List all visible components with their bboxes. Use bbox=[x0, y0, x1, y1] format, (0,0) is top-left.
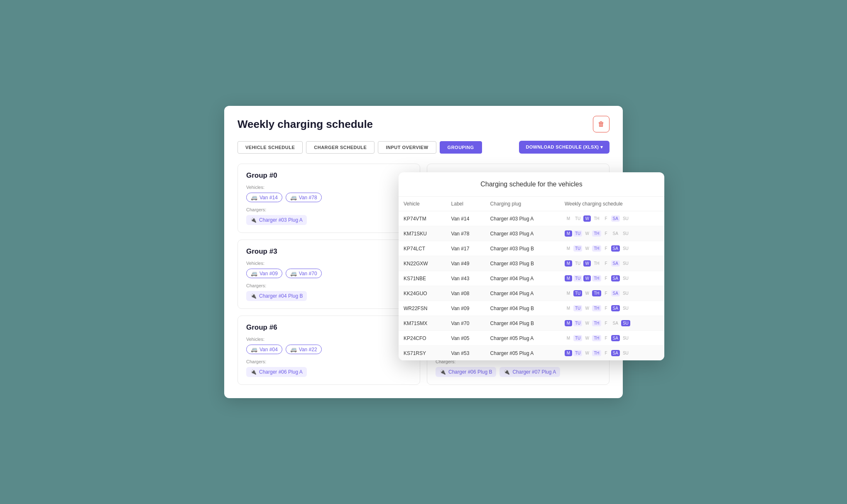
cell-days: MTUWTHFSASU bbox=[560, 211, 664, 226]
day-m: M bbox=[565, 350, 572, 356]
cell-plug: Charger #03 Plug A bbox=[485, 211, 560, 226]
day-su: SU bbox=[621, 290, 630, 296]
vehicles-row-3: 🚐 Van #09 🚐 Van #70 bbox=[246, 269, 411, 278]
col-plug: Charging plug bbox=[485, 197, 560, 211]
cell-vehicle: KM71SMX bbox=[399, 316, 446, 331]
day-su: SU bbox=[621, 215, 630, 222]
table-row: KK24GUOVan #08Charger #04 Plug AMTUWTHFS… bbox=[399, 286, 664, 301]
day-m: M bbox=[565, 290, 572, 296]
day-f: F bbox=[602, 230, 610, 237]
cell-plug: Charger #03 Plug B bbox=[485, 241, 560, 256]
tab-vehicle-schedule[interactable]: VEHICLE SCHEDULE bbox=[237, 141, 303, 154]
van-icon: 🚐 bbox=[290, 270, 297, 276]
tab-input-overview[interactable]: INPUT OVERVIEW bbox=[378, 141, 436, 154]
day-m: M bbox=[565, 335, 572, 341]
day-su: SU bbox=[621, 335, 630, 341]
vehicle-chip-van78: 🚐 Van #78 bbox=[286, 193, 322, 202]
cell-label: Van #53 bbox=[446, 346, 485, 361]
day-w: W bbox=[583, 350, 591, 356]
day-tu: TU bbox=[573, 320, 582, 326]
day-th: TH bbox=[592, 335, 601, 341]
day-tu: TU bbox=[573, 335, 582, 341]
cell-days: MTUWTHFSASU bbox=[560, 256, 664, 271]
charger-chip-7b: 🔌 Charger #07 Plug A bbox=[499, 367, 560, 377]
day-w: W bbox=[583, 260, 591, 267]
day-w: W bbox=[583, 215, 591, 222]
table-row: KP24CFOVan #05Charger #05 Plug AMTUWTHFS… bbox=[399, 331, 664, 346]
cell-days: MTUWTHFSASU bbox=[560, 346, 664, 361]
charger-chip-3: 🔌 Charger #04 Plug B bbox=[246, 291, 307, 301]
day-tu: TU bbox=[573, 260, 582, 267]
front-panel: Charging schedule for the vehicles Vehic… bbox=[399, 172, 664, 360]
day-w: W bbox=[583, 320, 591, 326]
vehicle-chip-van14: 🚐 Van #14 bbox=[246, 193, 282, 202]
day-th: TH bbox=[592, 245, 601, 252]
charger-icon: 🔌 bbox=[504, 369, 510, 375]
van-icon: 🚐 bbox=[290, 194, 297, 201]
day-su: SU bbox=[621, 260, 630, 267]
day-sa: SA bbox=[611, 260, 620, 267]
window-container: Weekly charging schedule 🗑 VEHICLE SCHED… bbox=[224, 106, 623, 398]
cell-plug: Charger #04 Plug A bbox=[485, 271, 560, 286]
table-header-row: Vehicle Label Charging plug Weekly charg… bbox=[399, 197, 664, 211]
day-su: SU bbox=[621, 230, 630, 237]
cell-plug: Charger #05 Plug A bbox=[485, 331, 560, 346]
day-su: SU bbox=[621, 320, 630, 326]
day-sa: SA bbox=[611, 335, 620, 341]
day-su: SU bbox=[621, 245, 630, 252]
cell-vehicle: KS71RSY bbox=[399, 346, 446, 361]
cell-label: Van #78 bbox=[446, 226, 485, 241]
vehicle-chip-van70: 🚐 Van #70 bbox=[286, 269, 322, 278]
day-f: F bbox=[602, 320, 610, 326]
page-title: Weekly charging schedule bbox=[237, 118, 373, 131]
delete-button[interactable]: 🗑 bbox=[593, 116, 610, 132]
cell-days: MTUWTHFSASU bbox=[560, 331, 664, 346]
cell-label: Van #08 bbox=[446, 286, 485, 301]
cell-vehicle: KS71NBE bbox=[399, 271, 446, 286]
charger-icon: 🔌 bbox=[250, 293, 257, 299]
cell-days: MTUWTHFSASU bbox=[560, 271, 664, 286]
download-button[interactable]: DOWNLOAD SCHEDULE (XLSX) ▾ bbox=[519, 141, 610, 154]
table-row: KM71SKUVan #78Charger #03 Plug AMTUWTHFS… bbox=[399, 226, 664, 241]
charger-icon: 🔌 bbox=[250, 369, 257, 375]
cell-vehicle: KK24GUO bbox=[399, 286, 446, 301]
charger-chip-7a: 🔌 Charger #06 Plug B bbox=[436, 367, 496, 377]
day-sa: SA bbox=[611, 230, 620, 237]
cell-label: Van #09 bbox=[446, 301, 485, 316]
group-name-0: Group #0 bbox=[246, 171, 411, 180]
cell-days: MTUWTHFSASU bbox=[560, 286, 664, 301]
day-w: W bbox=[583, 290, 591, 296]
day-w: W bbox=[583, 245, 591, 252]
cell-vehicle: KP24CFO bbox=[399, 331, 446, 346]
day-w: W bbox=[583, 305, 591, 311]
group-card-3: Group #3 Vehicles: 🚐 Van #09 🚐 Van #70 C… bbox=[237, 240, 420, 309]
day-w: W bbox=[583, 230, 591, 237]
tab-grouping[interactable]: GROUPING bbox=[440, 141, 482, 154]
table-row: KM71SMXVan #70Charger #04 Plug BMTUWTHFS… bbox=[399, 316, 664, 331]
day-sa: SA bbox=[611, 275, 620, 281]
cell-plug: Charger #04 Plug B bbox=[485, 301, 560, 316]
day-sa: SA bbox=[611, 245, 620, 252]
charger-icon: 🔌 bbox=[250, 217, 257, 223]
table-row: KP74LCTVan #17Charger #03 Plug BMTUWTHFS… bbox=[399, 241, 664, 256]
day-f: F bbox=[602, 260, 610, 267]
day-th: TH bbox=[592, 305, 601, 311]
group-card-0: Group #0 Vehicles: 🚐 Van #14 🚐 Van #78 C… bbox=[237, 164, 420, 233]
cell-vehicle: KN22GXW bbox=[399, 256, 446, 271]
van-icon: 🚐 bbox=[251, 194, 257, 201]
charger-chip-6: 🔌 Charger #06 Plug A bbox=[246, 367, 307, 377]
day-m: M bbox=[565, 260, 572, 267]
tabs-row: VEHICLE SCHEDULE CHARGER SCHEDULE INPUT … bbox=[237, 141, 610, 154]
col-label: Label bbox=[446, 197, 485, 211]
vehicle-chip-van22: 🚐 Van #22 bbox=[286, 345, 322, 354]
table-row: KN22GXWVan #49Charger #03 Plug BMTUWTHFS… bbox=[399, 256, 664, 271]
vehicles-row-6: 🚐 Van #04 🚐 Van #22 bbox=[246, 345, 411, 354]
cell-vehicle: KM71SKU bbox=[399, 226, 446, 241]
tab-charger-schedule[interactable]: CHARGER SCHEDULE bbox=[306, 141, 375, 154]
day-f: F bbox=[602, 350, 610, 356]
day-w: W bbox=[583, 275, 591, 281]
day-sa: SA bbox=[611, 305, 620, 311]
cell-days: MTUWTHFSASU bbox=[560, 316, 664, 331]
day-sa: SA bbox=[611, 320, 620, 326]
group-name-3: Group #3 bbox=[246, 247, 411, 256]
